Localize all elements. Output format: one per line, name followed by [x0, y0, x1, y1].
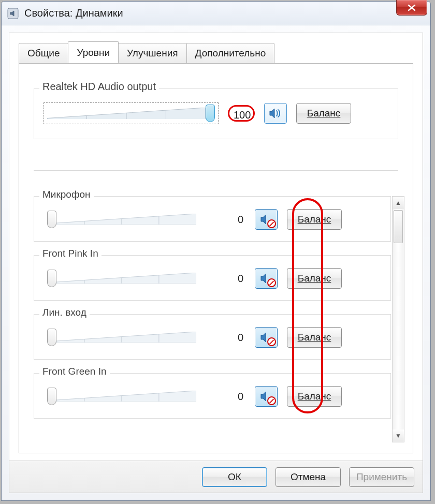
- tab-enhancements[interactable]: Улучшения: [118, 43, 187, 64]
- mute-indicator-icon: [267, 278, 276, 287]
- channel-mute-button[interactable]: [255, 209, 278, 230]
- cancel-button[interactable]: Отмена: [276, 467, 341, 487]
- main-output-label: Realtek HD Audio output: [39, 81, 159, 93]
- scroll-up-arrow[interactable]: ▲: [393, 197, 404, 209]
- channels-scrollbar[interactable]: ▲ ▼: [392, 196, 404, 442]
- speaker-title-icon: [7, 7, 19, 20]
- channel-mute-button[interactable]: [255, 386, 278, 407]
- mute-indicator-icon: [267, 219, 276, 228]
- channels-list: Микрофон: [34, 196, 391, 442]
- channel-thumb[interactable]: [47, 329, 56, 346]
- client-area: Общие Уровни Улучшения Дополнительно Rea…: [9, 33, 423, 493]
- channel-balance-button[interactable]: Баланс: [287, 209, 342, 230]
- scroll-down-arrow[interactable]: ▼: [393, 429, 404, 442]
- channel-value: 0: [219, 211, 245, 228]
- channel-slider[interactable]: [44, 209, 209, 230]
- channel-front-pink-in: Front Pink In: [34, 255, 391, 301]
- channel-balance-button[interactable]: Баланс: [287, 268, 342, 289]
- ok-button[interactable]: ОК: [202, 467, 267, 487]
- channel-value: 0: [219, 329, 245, 346]
- channel-microphone: Микрофон: [34, 196, 391, 242]
- mute-indicator-icon: [267, 337, 276, 346]
- main-output-value: 100: [228, 105, 255, 122]
- apply-button[interactable]: Применить: [349, 467, 414, 487]
- main-output-thumb[interactable]: [206, 105, 215, 122]
- channel-label: Микрофон: [39, 189, 94, 200]
- channel-front-green-in: Front Green In: [34, 373, 391, 419]
- main-output-mute-button[interactable]: [264, 103, 287, 124]
- titlebar[interactable]: Свойства: Динамики: [2, 2, 430, 25]
- tab-general[interactable]: Общие: [19, 43, 68, 64]
- channel-label: Лин. вход: [39, 307, 90, 318]
- channel-slider[interactable]: [44, 327, 209, 348]
- channel-line-in: Лин. вход: [34, 314, 391, 360]
- channel-slider[interactable]: [44, 268, 209, 289]
- channel-balance-button[interactable]: Баланс: [287, 386, 342, 407]
- channel-value: 0: [219, 270, 245, 287]
- tabs-row: Общие Уровни Улучшения Дополнительно: [19, 42, 413, 63]
- channel-value: 0: [219, 388, 245, 405]
- mute-indicator-icon: [267, 396, 276, 405]
- properties-window: Свойства: Динамики Общие Уровни Улучшени…: [1, 1, 431, 501]
- tab-advanced[interactable]: Дополнительно: [186, 43, 275, 64]
- dialog-footer: ОК Отмена Применить: [9, 461, 423, 493]
- channel-label: Front Pink In: [39, 248, 102, 259]
- tab-levels[interactable]: Уровни: [68, 41, 119, 63]
- channel-slider[interactable]: [44, 386, 209, 407]
- channel-thumb[interactable]: [47, 211, 56, 228]
- channel-thumb[interactable]: [47, 388, 56, 405]
- close-button[interactable]: [396, 0, 427, 16]
- main-output-slider[interactable]: [44, 102, 219, 124]
- channel-mute-button[interactable]: [255, 327, 278, 348]
- window-title: Свойства: Динамики: [24, 7, 123, 19]
- channel-balance-button[interactable]: Баланс: [287, 327, 342, 348]
- levels-panel: Realtek HD Audio output: [19, 63, 413, 453]
- channel-mute-button[interactable]: [255, 268, 278, 289]
- main-output-balance-button[interactable]: Баланс: [296, 103, 351, 124]
- scroll-thumb[interactable]: [394, 210, 403, 243]
- separator: [34, 170, 398, 171]
- speaker-on-icon: [269, 108, 282, 119]
- main-output-group: Realtek HD Audio output: [34, 88, 398, 139]
- channel-thumb[interactable]: [47, 270, 56, 287]
- channel-label: Front Green In: [39, 366, 110, 377]
